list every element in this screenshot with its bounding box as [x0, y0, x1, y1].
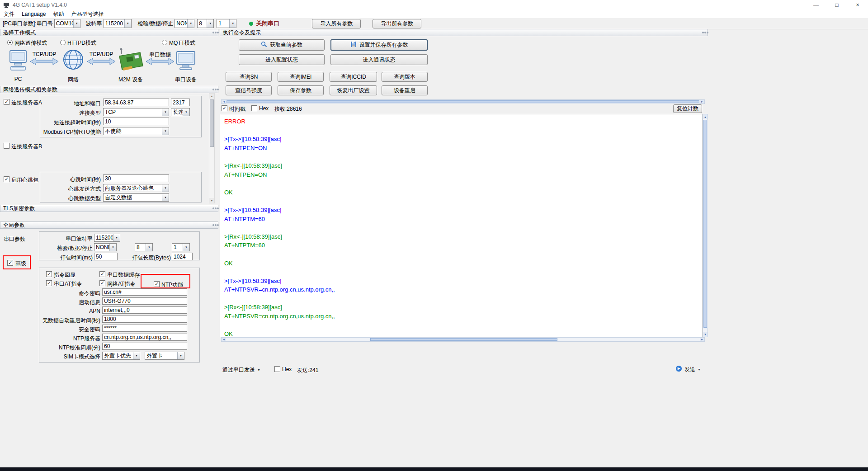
menu-help[interactable]: 帮助	[49, 10, 67, 18]
minimize-button[interactable]: —	[806, 0, 826, 10]
ntp-server-input[interactable]	[102, 334, 187, 341]
serial-baud-select[interactable]: 115200▼	[94, 234, 120, 242]
maximize-button[interactable]: □	[826, 0, 847, 10]
security-password-input[interactable]	[102, 325, 187, 332]
global-params-groupbar[interactable]: 全局参数	[0, 221, 218, 229]
serial-at-checkbox[interactable]	[46, 280, 52, 286]
server-b-checkbox[interactable]	[4, 143, 9, 149]
query-signal-button[interactable]: 查信号强度	[226, 85, 272, 95]
radio-mqtt-mode[interactable]	[162, 40, 167, 45]
chevron-down-icon: ▼	[162, 108, 169, 116]
scroll-left-icon[interactable]: ◄	[222, 100, 226, 104]
set-save-params-button[interactable]: 设置并保存所有参数	[330, 39, 428, 51]
databits-select[interactable]: 8▼	[197, 19, 214, 28]
scrollbar-thumb[interactable]	[370, 338, 557, 341]
ntp-period-input[interactable]	[102, 343, 187, 350]
send-button[interactable]: 发送 ▼	[675, 365, 701, 373]
export-params-button[interactable]: 导出所有参数	[373, 19, 421, 28]
log-hex-checkbox[interactable]	[251, 105, 257, 111]
modbus-select[interactable]: 不使能▼	[103, 127, 169, 135]
left-panel-scrollbar[interactable]: ▲ ▼	[209, 93, 215, 203]
com-port-select[interactable]: COM10▼	[54, 19, 80, 28]
server-a-address-input[interactable]	[103, 99, 169, 106]
query-iccid-button[interactable]: 查询ICCID	[330, 72, 377, 82]
scroll-down-icon[interactable]: ▼	[703, 332, 708, 337]
serial-parity-select[interactable]: NONE▼	[94, 243, 117, 251]
sim-mode-select[interactable]: 外置卡优先▼	[102, 352, 140, 360]
heartbeat-checkbox[interactable]	[4, 176, 9, 182]
scrollbar-thumb[interactable]	[210, 99, 214, 147]
short-conn-timeout-input[interactable]	[103, 118, 169, 125]
log-line: >[Rx<-][10:58:39][asc]	[224, 232, 698, 241]
apn-input[interactable]	[102, 306, 187, 314]
log-line: >[Tx->][10:58:39][asc]	[224, 277, 698, 286]
baud-rate-select[interactable]: 115200▼	[104, 19, 132, 28]
log-bottom-scrollbar[interactable]: ◄ ►	[221, 337, 705, 342]
chevron-down-icon: ▼	[183, 244, 189, 251]
enter-config-button[interactable]: 进入配置状态	[239, 54, 325, 65]
pack-length-input[interactable]	[172, 253, 193, 260]
bottom-edge-strip	[0, 467, 868, 471]
work-mode-groupbar[interactable]: 选择工作模式	[0, 29, 218, 36]
boot-info-input[interactable]	[102, 297, 187, 305]
log-top-scrollbar[interactable]: ◄ ►	[221, 99, 705, 104]
heartbeat-time-input[interactable]	[103, 174, 169, 182]
menu-file[interactable]: 文件	[0, 10, 18, 18]
scroll-down-icon[interactable]: ▼	[209, 198, 214, 203]
query-version-button[interactable]: 查询版本	[382, 72, 428, 82]
double-arrow-icon	[30, 58, 59, 66]
advanced-checkbox[interactable]	[7, 260, 13, 266]
query-imei-button[interactable]: 查询IMEI	[278, 72, 324, 82]
serial-cache-checkbox[interactable]	[99, 271, 105, 277]
heartbeat-mode-select[interactable]: 向服务器发送心跳包▼	[103, 184, 169, 192]
radio-net-passthrough-mode[interactable]	[7, 40, 13, 45]
timestamp-checkbox[interactable]	[222, 105, 227, 111]
server-a-port-input[interactable]	[171, 99, 190, 106]
scroll-up-icon[interactable]: ▲	[703, 114, 708, 119]
serial-databits-select[interactable]: 8▼	[135, 243, 153, 251]
factory-reset-button[interactable]: 恢复出厂设置	[330, 85, 377, 95]
send-count-label: 发送:241	[297, 367, 318, 374]
log-output[interactable]: ERROR >[Tx->][10:58:39][asc]AT+NTPEN=ON …	[220, 114, 703, 337]
scroll-up-icon[interactable]: ▲	[209, 94, 214, 99]
scroll-left-icon[interactable]: ◄	[222, 338, 226, 341]
close-serial-port-button[interactable]: 关闭串口	[256, 19, 279, 28]
cmd-password-input[interactable]	[102, 288, 187, 296]
net-params-groupbar[interactable]: 网络透传模式相关参数	[0, 86, 218, 93]
menu-product-model[interactable]: 产品型号选择	[67, 10, 107, 18]
conn-keepalive-select[interactable]: 长连接▼	[171, 108, 190, 116]
no-data-restart-input[interactable]	[102, 316, 187, 323]
query-sn-button[interactable]: 查询SN	[226, 72, 272, 82]
scroll-right-icon[interactable]: ►	[700, 338, 704, 341]
radio-net-passthrough-label: 网络透传模式	[14, 39, 47, 47]
parity-select[interactable]: NONE▼	[175, 19, 194, 28]
ntp-checkbox[interactable]	[154, 281, 160, 287]
log-vertical-scrollbar[interactable]: ▲ ▼	[703, 114, 708, 337]
cmd-echo-checkbox[interactable]	[46, 271, 52, 277]
server-a-checkbox[interactable]	[4, 99, 9, 105]
scroll-right-icon[interactable]: ►	[700, 100, 704, 104]
sim-card-select[interactable]: 外置卡▼	[145, 352, 184, 360]
radio-httpd-mode[interactable]	[60, 40, 66, 45]
net-at-checkbox[interactable]	[99, 280, 105, 286]
tls-groupbar[interactable]: TLS加密参数	[0, 205, 218, 212]
command-groupbar[interactable]: 执行命令及提示	[220, 29, 708, 36]
pack-time-input[interactable]	[94, 253, 118, 260]
close-button[interactable]: ×	[847, 0, 868, 10]
reset-count-button[interactable]: 复位计数	[673, 104, 702, 113]
import-params-button[interactable]: 导入所有参数	[312, 19, 361, 28]
device-restart-button[interactable]: 设备重启	[382, 85, 428, 95]
stopbits-select[interactable]: 1▼	[217, 19, 236, 28]
save-params-button[interactable]: 保存参数	[278, 85, 324, 95]
conn-type-select[interactable]: TCP▼	[103, 108, 169, 116]
send-hex-checkbox[interactable]	[274, 366, 280, 372]
menu-language[interactable]: Language	[18, 10, 49, 18]
enter-comm-button[interactable]: 进入通讯状态	[330, 54, 428, 65]
serial-stopbits-select[interactable]: 1▼	[172, 243, 190, 251]
send-via-serial-dropdown[interactable]: 通过串口发送 ▼	[222, 366, 260, 374]
chevron-down-icon: ▼	[698, 368, 701, 371]
scrollbar-thumb[interactable]	[703, 120, 707, 328]
heartbeat-data-select[interactable]: 自定义数据▼	[103, 193, 169, 202]
scrollbar-thumb[interactable]	[226, 100, 699, 103]
get-params-button[interactable]: 获取当前参数	[239, 39, 325, 51]
